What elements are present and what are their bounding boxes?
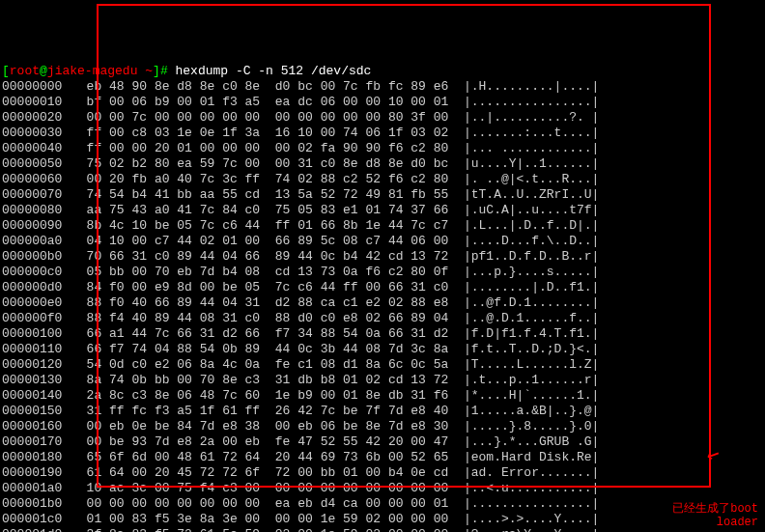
- terminal-output: [root@jiake-magedu ~]# hexdump -C -n 512…: [0, 62, 765, 532]
- annotation-text: 已经生成了bootloader: [638, 489, 758, 529]
